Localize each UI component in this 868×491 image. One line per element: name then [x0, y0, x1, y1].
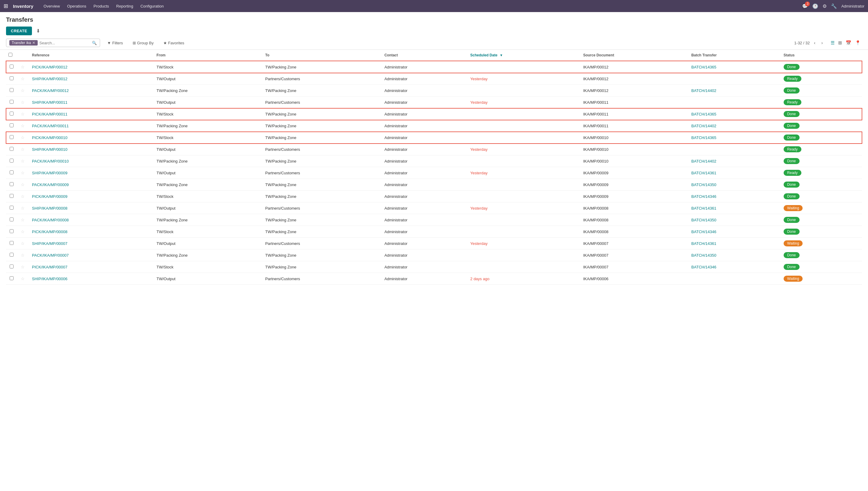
table-row[interactable]: ☆SHIP/IKA/MP/00009TW/OutputPartners/Cust… [6, 167, 862, 179]
row-checkbox[interactable] [10, 158, 13, 163]
row-checkbox-cell[interactable] [6, 108, 17, 120]
row-star-cell[interactable]: ☆ [17, 191, 28, 202]
favorite-star-icon[interactable]: ☆ [21, 100, 25, 105]
search-input[interactable] [39, 41, 90, 45]
row-checkbox[interactable] [10, 206, 13, 210]
row-checkbox-cell[interactable] [6, 132, 17, 144]
favorite-star-icon[interactable]: ☆ [21, 170, 25, 175]
row-star-cell[interactable]: ☆ [17, 108, 28, 120]
col-status[interactable]: Status [780, 50, 855, 61]
favorite-star-icon[interactable]: ☆ [21, 206, 25, 210]
kanban-view-button[interactable]: ⊞ [837, 39, 843, 47]
table-row[interactable]: ☆PICK/IKA/MP/00012TW/StockTW/Packing Zon… [6, 61, 862, 73]
reference-link[interactable]: PICK/IKA/MP/00009 [32, 194, 67, 199]
table-row[interactable]: ☆SHIP/IKA/MP/00008TW/OutputPartners/Cust… [6, 202, 862, 214]
table-row[interactable]: ☆PACK/IKA/MP/00009TW/Packing ZoneTW/Pack… [6, 179, 862, 191]
row-star-cell[interactable]: ☆ [17, 167, 28, 179]
row-star-cell[interactable]: ☆ [17, 73, 28, 85]
row-checkbox-cell[interactable] [6, 238, 17, 250]
list-view-button[interactable]: ☰ [830, 39, 836, 47]
settings-icon[interactable]: ⚙ [823, 3, 827, 9]
row-star-cell[interactable]: ☆ [17, 179, 28, 191]
batch-link[interactable]: BATCH/14402 [691, 159, 716, 164]
favorite-star-icon[interactable]: ☆ [21, 229, 25, 234]
favorite-star-icon[interactable]: ☆ [21, 194, 25, 199]
row-checkbox[interactable] [10, 170, 13, 174]
favorite-star-icon[interactable]: ☆ [21, 147, 25, 152]
table-row[interactable]: ☆PACK/IKA/MP/00008TW/Packing ZoneTW/Pack… [6, 214, 862, 226]
row-star-cell[interactable]: ☆ [17, 214, 28, 226]
reference-link[interactable]: PICK/IKA/MP/00007 [32, 265, 67, 269]
row-checkbox-cell[interactable] [6, 85, 17, 96]
filter-tag-remove[interactable]: ✕ [32, 41, 35, 45]
nav-configuration[interactable]: Configuration [137, 2, 167, 10]
reference-link[interactable]: SHIP/IKA/MP/00006 [32, 277, 67, 281]
reference-link[interactable]: SHIP/IKA/MP/00010 [32, 147, 67, 152]
table-row[interactable]: ☆PICK/IKA/MP/00009TW/StockTW/Packing Zon… [6, 191, 862, 202]
row-checkbox-cell[interactable] [6, 167, 17, 179]
row-checkbox-cell[interactable] [6, 61, 17, 73]
table-row[interactable]: ☆PICK/IKA/MP/00011TW/StockTW/Packing Zon… [6, 108, 862, 120]
calendar-view-button[interactable]: 📅 [844, 39, 852, 47]
col-batch-transfer[interactable]: Batch Transfer [688, 50, 780, 61]
batch-link[interactable]: BATCH/14346 [691, 194, 716, 199]
chat-icon[interactable]: 💬 3 [802, 3, 808, 9]
row-checkbox-cell[interactable] [6, 226, 17, 238]
row-checkbox[interactable] [10, 218, 13, 221]
row-checkbox[interactable] [10, 253, 13, 257]
table-row[interactable]: ☆PICK/IKA/MP/00008TW/StockTW/Packing Zon… [6, 226, 862, 238]
row-star-cell[interactable]: ☆ [17, 96, 28, 108]
row-checkbox-cell[interactable] [6, 214, 17, 226]
favorite-star-icon[interactable]: ☆ [21, 276, 25, 281]
table-row[interactable]: ☆SHIP/IKA/MP/00007TW/OutputPartners/Cust… [6, 238, 862, 250]
row-checkbox[interactable] [10, 88, 13, 92]
row-checkbox-cell[interactable] [6, 202, 17, 214]
row-checkbox-cell[interactable] [6, 144, 17, 155]
prev-page-button[interactable]: ‹ [812, 39, 817, 47]
batch-link[interactable]: BATCH/14365 [691, 65, 716, 69]
favorite-star-icon[interactable]: ☆ [21, 64, 25, 69]
reference-link[interactable]: PICK/IKA/MP/00008 [32, 230, 67, 234]
row-checkbox[interactable] [10, 112, 13, 116]
table-row[interactable]: ☆PICK/IKA/MP/00010TW/StockTW/Packing Zon… [6, 132, 862, 144]
row-checkbox[interactable] [10, 76, 13, 80]
search-box[interactable]: Transfer ika ✕ 🔍 [6, 38, 100, 47]
row-checkbox[interactable] [10, 135, 13, 139]
row-star-cell[interactable]: ☆ [17, 132, 28, 144]
batch-link[interactable]: BATCH/14350 [691, 253, 716, 258]
table-row[interactable]: ☆SHIP/IKA/MP/00006TW/OutputPartners/Cust… [6, 273, 862, 285]
group-by-button[interactable]: ⊞ Group By [130, 39, 156, 47]
table-row[interactable]: ☆SHIP/IKA/MP/00012TW/OutputPartners/Cust… [6, 73, 862, 85]
reference-link[interactable]: PICK/IKA/MP/00010 [32, 136, 67, 140]
favorite-star-icon[interactable]: ☆ [21, 88, 25, 93]
col-from[interactable]: From [153, 50, 261, 61]
favorite-star-icon[interactable]: ☆ [21, 158, 25, 164]
row-star-cell[interactable]: ☆ [17, 250, 28, 261]
batch-link[interactable]: BATCH/14361 [691, 241, 716, 246]
table-row[interactable]: ☆PACK/IKA/MP/00007TW/Packing ZoneTW/Pack… [6, 250, 862, 261]
row-star-cell[interactable]: ☆ [17, 85, 28, 96]
favorite-star-icon[interactable]: ☆ [21, 264, 25, 269]
row-checkbox-cell[interactable] [6, 191, 17, 202]
row-star-cell[interactable]: ☆ [17, 155, 28, 167]
batch-link[interactable]: BATCH/14365 [691, 136, 716, 140]
table-row[interactable]: ☆PACK/IKA/MP/00010TW/Packing ZoneTW/Pack… [6, 155, 862, 167]
row-star-cell[interactable]: ☆ [17, 202, 28, 214]
clock-icon[interactable]: 🕐 [812, 3, 818, 9]
table-row[interactable]: ☆SHIP/IKA/MP/00011TW/OutputPartners/Cust… [6, 96, 862, 108]
batch-link[interactable]: BATCH/14350 [691, 218, 716, 222]
row-checkbox[interactable] [10, 64, 13, 68]
nav-overview[interactable]: Overview [41, 2, 63, 10]
row-checkbox[interactable] [10, 276, 13, 280]
favorite-star-icon[interactable]: ☆ [21, 218, 25, 222]
row-checkbox[interactable] [10, 147, 13, 151]
reference-link[interactable]: SHIP/IKA/MP/00012 [32, 77, 67, 81]
reference-link[interactable]: PACK/IKA/MP/00008 [32, 218, 69, 222]
row-checkbox[interactable] [10, 182, 13, 186]
nav-products[interactable]: Products [90, 2, 112, 10]
search-submit-icon[interactable]: 🔍 [92, 41, 97, 45]
select-all-header[interactable] [6, 50, 17, 61]
batch-link[interactable]: BATCH/14350 [691, 182, 716, 187]
nav-reporting[interactable]: Reporting [113, 2, 136, 10]
favorite-star-icon[interactable]: ☆ [21, 182, 25, 187]
